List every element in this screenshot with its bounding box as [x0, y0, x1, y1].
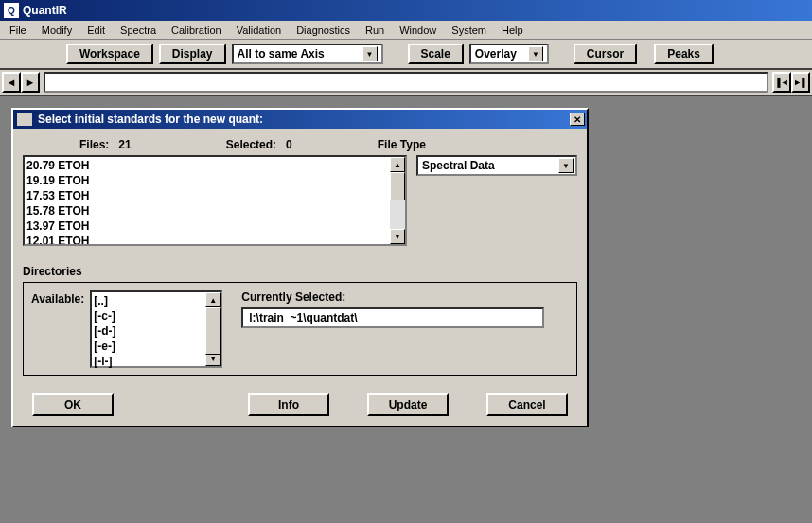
nav-first-button[interactable]: ▐◄ — [772, 72, 791, 93]
menu-validation[interactable]: Validation — [229, 23, 290, 38]
scale-button[interactable]: Scale — [408, 44, 464, 64]
current-path-value: l:\train_~1\quantdat\ — [249, 311, 357, 324]
axis-select-value: All to same Axis — [238, 47, 359, 61]
list-item[interactable]: [-l-] — [94, 354, 203, 369]
menu-run[interactable]: Run — [358, 23, 392, 38]
window-titlebar: Q QuantIR — [0, 0, 812, 21]
axis-select[interactable]: All to same Axis ▼ — [232, 44, 383, 64]
scroll-up-icon[interactable]: ▲ — [205, 292, 221, 307]
current-path-field[interactable]: l:\train_~1\quantdat\ — [241, 307, 544, 328]
scroll-thumb[interactable] — [390, 172, 405, 200]
chevron-down-icon: ▼ — [362, 46, 378, 61]
nav-next-button[interactable]: ► — [21, 72, 40, 93]
nav-input[interactable] — [44, 72, 768, 93]
menubar: File Modify Edit Spectra Calibration Val… — [0, 21, 812, 40]
menu-spectra[interactable]: Spectra — [113, 23, 164, 38]
list-item[interactable]: 19.19 ETOH — [26, 173, 388, 188]
list-item[interactable]: 20.79 ETOH — [26, 158, 388, 173]
scrollbar[interactable]: ▲ ▼ — [205, 292, 221, 366]
directories-listbox[interactable]: [..] [-c-] [-d-] [-e-] [-l-] ▲ ▼ — [90, 290, 222, 368]
cancel-button[interactable]: Cancel — [486, 393, 568, 416]
window-title: QuantIR — [23, 4, 67, 17]
chevron-down-icon: ▼ — [558, 158, 574, 173]
update-button[interactable]: Update — [367, 393, 449, 416]
files-listbox[interactable]: 20.79 ETOH 19.19 ETOH 17.53 ETOH 15.78 E… — [23, 155, 407, 246]
list-item[interactable]: 17.53 ETOH — [26, 188, 388, 203]
filetype-value: Spectral Data — [422, 159, 555, 172]
toolbar: Workspace Display All to same Axis ▼ Sca… — [0, 40, 812, 70]
dialog-title: Select initial standards for the new qua… — [38, 113, 570, 126]
close-button[interactable]: ✕ — [570, 113, 585, 126]
chevron-down-icon: ▼ — [528, 46, 543, 61]
scrollbar[interactable]: ▲ ▼ — [390, 157, 405, 244]
files-label: Files: — [79, 138, 109, 151]
menu-help[interactable]: Help — [494, 23, 531, 38]
menu-edit[interactable]: Edit — [79, 23, 113, 38]
ok-button[interactable]: OK — [32, 393, 114, 416]
overlay-select[interactable]: Overlay ▼ — [469, 44, 549, 64]
available-label: Available: — [31, 290, 84, 368]
nav-prev-button[interactable]: ◄ — [2, 72, 21, 93]
menu-calibration[interactable]: Calibration — [164, 23, 229, 38]
menu-diagnostics[interactable]: Diagnostics — [289, 23, 358, 38]
select-standards-dialog: Select initial standards for the new qua… — [11, 108, 589, 427]
list-item[interactable]: [..] — [94, 293, 203, 308]
dialog-titlebar: Select initial standards for the new qua… — [13, 110, 587, 129]
close-icon: ✕ — [574, 114, 581, 125]
list-item[interactable]: [-c-] — [94, 308, 203, 323]
selected-label: Selected: — [226, 138, 276, 151]
dialog-icon — [17, 113, 32, 126]
overlay-select-value: Overlay — [475, 47, 524, 61]
filetype-label: File Type — [378, 138, 426, 151]
list-item[interactable]: 12.01 ETOH — [26, 234, 388, 244]
list-item[interactable]: 15.78 ETOH — [26, 203, 388, 218]
currently-selected-label: Currently Selected: — [241, 290, 569, 304]
list-item[interactable]: [-e-] — [94, 339, 203, 354]
nav-last-button[interactable]: ►▌ — [791, 72, 810, 93]
selected-count: 0 — [286, 138, 292, 151]
directories-label: Directories — [23, 265, 577, 278]
display-button[interactable]: Display — [159, 44, 226, 64]
cursor-button[interactable]: Cursor — [574, 44, 637, 64]
workspace-button[interactable]: Workspace — [66, 44, 153, 64]
peaks-button[interactable]: Peaks — [654, 44, 714, 64]
info-button[interactable]: Info — [248, 393, 329, 416]
scroll-thumb[interactable] — [205, 307, 221, 355]
scroll-up-icon[interactable]: ▲ — [390, 157, 405, 172]
app-icon: Q — [4, 3, 19, 18]
filetype-select[interactable]: Spectral Data ▼ — [416, 155, 577, 176]
menu-system[interactable]: System — [444, 23, 494, 38]
directories-panel: Available: [..] [-c-] [-d-] [-e-] [-l-] … — [23, 282, 577, 376]
workspace-area: Select initial standards for the new qua… — [0, 96, 812, 439]
list-item[interactable]: [-d-] — [94, 323, 203, 339]
menu-window[interactable]: Window — [392, 23, 444, 38]
menu-modify[interactable]: Modify — [34, 23, 79, 38]
nav-row: ◄ ► ▐◄ ►▌ — [0, 70, 812, 96]
scroll-down-icon[interactable]: ▼ — [390, 229, 405, 244]
list-item[interactable]: 13.97 ETOH — [26, 218, 388, 234]
files-count: 21 — [118, 138, 131, 151]
menu-file[interactable]: File — [2, 23, 34, 38]
